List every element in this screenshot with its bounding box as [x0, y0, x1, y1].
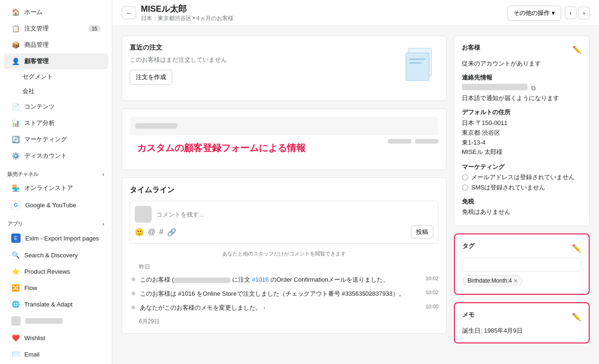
- product-reviews-icon: ⭐: [11, 267, 20, 276]
- timeline-time: 10:02: [425, 276, 438, 281]
- tags-card: タグ ✏️ Birthdate:Month:4 ×: [454, 233, 590, 295]
- order-link[interactable]: #1016: [252, 276, 269, 283]
- top-bar-right: その他の操作 ▾ ‹ ›: [507, 6, 590, 21]
- sidebar-item-translate-adapt[interactable]: 🌐 Translate & Adapt: [4, 296, 108, 312]
- home-icon: 🏠: [11, 8, 20, 16]
- wishlist-icon: ❤️: [11, 334, 20, 342]
- sidebar-item-label: Flow: [24, 284, 37, 291]
- analytics-icon: 📊: [11, 119, 20, 127]
- tags-section-title: タグ: [462, 242, 475, 250]
- legacy-account-text: 従来のアカウントがあります: [462, 59, 582, 68]
- back-button[interactable]: ←: [122, 7, 136, 19]
- apps-expand[interactable]: ›: [102, 220, 104, 227]
- memo-text: 誕生日: 1985年4月9日: [462, 327, 581, 335]
- contact-notification-text: 日本語で通知が届くようになります: [462, 94, 582, 102]
- sidebar-item-label: ホーム: [24, 8, 43, 16]
- tags-edit-button[interactable]: ✏️: [572, 244, 581, 253]
- translate-icon: 🌐: [11, 300, 20, 308]
- sidebar-item-products[interactable]: 📦 商品管理: [4, 37, 108, 53]
- contact-section-title: 連絡先情報: [462, 73, 582, 82]
- sales-channels-section: 販売チャネル ›: [0, 164, 112, 180]
- link-button[interactable]: 🔗: [167, 228, 176, 237]
- radio-email: [462, 174, 468, 181]
- svg-rect-6: [409, 58, 425, 60]
- sidebar-item-label: ストア分析: [24, 119, 55, 127]
- sidebar-item-discount[interactable]: ⚙️ ディスカウント: [4, 148, 108, 164]
- create-order-button[interactable]: 注文を作成: [130, 70, 172, 85]
- sidebar-item-label: Email: [24, 351, 40, 358]
- contact-email-blurred: [462, 84, 527, 90]
- tag-remove-button[interactable]: ×: [514, 277, 518, 284]
- marketing-section-title: マーケティング: [462, 163, 582, 171]
- main-area: ← MISEル太郎 日本：東京都渋谷区 • 4ヵ月のお客様 その他の操作 ▾ ‹…: [112, 0, 599, 364]
- sidebar-item-label: オンラインストア: [24, 184, 73, 192]
- sidebar-item-exlm[interactable]: E Exlm - Export Import pages: [4, 230, 108, 247]
- sidebar-sub-item-company[interactable]: 会社: [4, 84, 108, 98]
- timeline-dot: [131, 306, 135, 309]
- blurred-app-icon: [11, 316, 21, 326]
- prev-button[interactable]: ‹: [565, 7, 576, 19]
- memo-edit-button[interactable]: ✏️: [572, 313, 581, 321]
- recent-orders-content: 直近の注文 このお客様はまだ注文していません 注文を作成: [130, 44, 438, 85]
- tax-section-title: 免税: [462, 197, 582, 206]
- next-button[interactable]: ›: [578, 7, 590, 19]
- sales-channels-expand[interactable]: ›: [102, 171, 104, 178]
- orders-icon: 📋: [11, 24, 20, 33]
- sidebar-item-content[interactable]: 📄 コンテンツ: [4, 99, 108, 115]
- orders-illustration: [401, 44, 438, 81]
- timeline-event-2: このお客様は #1016 をOnline Storeで注文しました（チェックアウ…: [130, 290, 438, 298]
- address-section-title: デフォルトの住所: [462, 108, 582, 116]
- google-youtube-icon: G: [11, 200, 21, 210]
- page-subtitle: 日本：東京都渋谷区 • 4ヵ月のお客様: [141, 15, 234, 22]
- svg-rect-5: [406, 53, 429, 81]
- mention-button[interactable]: @: [148, 228, 155, 236]
- sidebar-item-label: ディスカウント: [24, 152, 67, 160]
- custom-banner: カスタムの顧客登録フォームによる情報: [130, 134, 438, 162]
- private-note: あなたと他のスタッフだけがコメントを閲覧できます: [130, 248, 438, 263]
- tag-input[interactable]: [462, 258, 581, 271]
- exlm-icon: E: [11, 233, 21, 243]
- memo-card: メモ ✏️ 誕生日: 1985年4月9日: [454, 302, 590, 343]
- page-title-group: MISEル太郎 日本：東京都渋谷区 • 4ヵ月のお客様: [141, 3, 234, 22]
- post-button[interactable]: 投稿: [411, 226, 433, 239]
- comment-input[interactable]: [156, 211, 433, 218]
- sidebar-item-customers[interactable]: 👤 顧客管理: [4, 53, 108, 69]
- tags-card-header: タグ ✏️: [462, 242, 581, 254]
- sidebar-item-marketing[interactable]: 🔄 マーケティング: [4, 131, 108, 147]
- tax-text: 免税はありません: [462, 208, 582, 216]
- emoji-button[interactable]: 🙂: [135, 228, 144, 237]
- sidebar-item-flow[interactable]: 🔀 Flow: [4, 280, 108, 296]
- address-street: 東1-13-4: [462, 138, 582, 148]
- copy-icon[interactable]: ⧉: [531, 84, 536, 92]
- sidebar-item-product-reviews[interactable]: ⭐ Product Reviews: [4, 263, 108, 279]
- sidebar-item-google-youtube[interactable]: G Google & YouTube: [4, 197, 108, 213]
- timeline-title: タイムライン: [130, 185, 438, 195]
- online-store-icon: 🏪: [11, 184, 20, 192]
- apps-section: アプリ ›: [0, 214, 112, 229]
- sidebar-item-analytics[interactable]: 📊 ストア分析: [4, 115, 108, 131]
- hashtag-button[interactable]: #: [159, 228, 163, 236]
- svg-rect-7: [409, 62, 422, 64]
- sidebar-item-search-discovery[interactable]: 🔍 Search & Discovery: [4, 247, 108, 263]
- sidebar-item-email[interactable]: ✉️ Email: [4, 346, 108, 362]
- customer-edit-button[interactable]: ✏️: [572, 45, 582, 54]
- timeline-section-yesterday: 昨日: [130, 263, 438, 271]
- sidebar-item-blurred-app[interactable]: [4, 313, 108, 329]
- recent-orders-title: 直近の注文: [130, 44, 438, 52]
- comment-toolbar: 🙂 @ # 🔗 投稿: [135, 223, 433, 239]
- sidebar-item-orders[interactable]: 📋 注文管理 15: [4, 21, 108, 36]
- sidebar-sub-item-segments[interactable]: セグメント: [4, 70, 108, 84]
- timeline-time: 10:00: [425, 304, 438, 309]
- sidebar-item-label: 商品管理: [24, 41, 49, 49]
- blurred-info-card: カスタムの顧客登録フォームによる情報: [122, 109, 446, 170]
- other-ops-button[interactable]: その他の操作 ▾: [507, 6, 561, 21]
- top-bar: ← MISEル太郎 日本：東京都渋谷区 • 4ヵ月のお客様 その他の操作 ▾ ‹…: [112, 0, 599, 26]
- sidebar-item-online-store[interactable]: 🏪 オンラインストア: [4, 180, 108, 196]
- sidebar-item-label: Translate & Adapt: [24, 301, 73, 308]
- recent-orders-card: 直近の注文 このお客様はまだ注文していません 注文を作成: [122, 36, 446, 101]
- event-expand[interactable]: ›: [263, 304, 265, 311]
- marketing-email-row: メールアドレスは登録されていません: [462, 173, 582, 182]
- sidebar-item-wishlist[interactable]: ❤️ Wishlist: [4, 330, 108, 346]
- sidebar-item-home[interactable]: 🏠 ホーム: [4, 4, 108, 20]
- sidebar-item-label: Product Reviews: [24, 268, 70, 275]
